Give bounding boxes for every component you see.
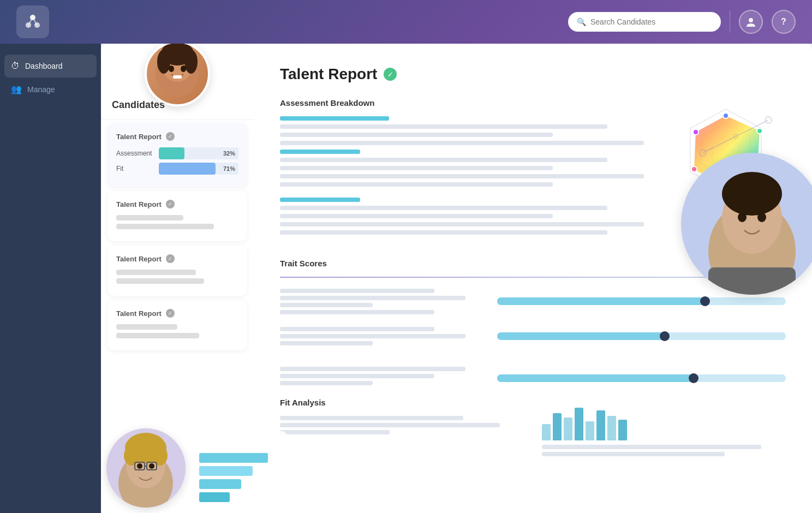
trait-spacer bbox=[280, 358, 786, 367]
detail-title: Talent Report bbox=[280, 65, 377, 83]
fit-track: 71% bbox=[159, 163, 238, 175]
card-header: Talent Report ✓ bbox=[116, 132, 238, 141]
avatar-male-small bbox=[106, 428, 186, 508]
trait-row-1 bbox=[280, 289, 786, 318]
talent-report-label-2: Talent Report bbox=[116, 200, 162, 208]
fit-bar-row: Fit 71% bbox=[116, 163, 238, 175]
candidate-card-2[interactable]: Talent Report ✓ bbox=[108, 191, 247, 241]
fit-bar-chart bbox=[542, 402, 786, 440]
trait-text-left-2 bbox=[280, 327, 486, 349]
search-icon: 🔍 bbox=[577, 17, 586, 26]
sidebar-item-dashboard[interactable]: ⏱ Dashboard bbox=[4, 55, 97, 77]
check-icon-3: ✓ bbox=[166, 254, 175, 263]
sidebar-item-manage[interactable]: 👥 Manage bbox=[0, 77, 101, 101]
svg-point-32 bbox=[738, 212, 747, 222]
deco-bar-4 bbox=[199, 492, 230, 502]
talent-report-label-3: Talent Report bbox=[116, 255, 162, 263]
candidate-card-3[interactable]: Talent Report ✓ bbox=[108, 246, 247, 296]
logo-icon bbox=[23, 12, 43, 32]
svg-point-33 bbox=[757, 212, 766, 222]
check-icon-4: ✓ bbox=[166, 309, 175, 318]
search-input[interactable] bbox=[590, 17, 710, 26]
user-account-button[interactable] bbox=[739, 10, 763, 34]
fit-bar-1 bbox=[542, 424, 551, 440]
svg-point-31 bbox=[722, 172, 782, 216]
fit-analysis-title: Fit Analysis bbox=[280, 398, 524, 407]
candidate-card-4[interactable]: Talent Report ✓ bbox=[108, 300, 247, 350]
talent-report-label: Talent Report bbox=[116, 133, 162, 141]
fit-bar-6 bbox=[596, 410, 605, 440]
assessment-label: Assessment bbox=[116, 150, 154, 157]
svg-point-5 bbox=[749, 18, 753, 22]
help-button[interactable]: ? bbox=[772, 10, 796, 34]
logo[interactable] bbox=[16, 5, 49, 38]
fit-bar-4 bbox=[575, 408, 583, 440]
help-icon: ? bbox=[781, 17, 786, 27]
fit-bar-5 bbox=[586, 421, 594, 440]
gray-bars-3 bbox=[116, 270, 238, 284]
text-block-2 bbox=[280, 198, 644, 235]
svg-point-16 bbox=[169, 65, 174, 72]
top-navigation: 🔍 ? bbox=[0, 0, 812, 44]
trait-text-left bbox=[280, 289, 486, 318]
svg-point-43 bbox=[137, 463, 142, 469]
deco-bar-1 bbox=[199, 453, 268, 463]
fit-label: Fit bbox=[116, 165, 154, 172]
nav-divider bbox=[730, 11, 730, 33]
trait-bar-2 bbox=[497, 327, 786, 349]
verified-check: ✓ bbox=[384, 68, 397, 81]
fit-fill bbox=[159, 163, 216, 175]
svg-point-17 bbox=[181, 65, 186, 72]
assessment-track: 32% bbox=[159, 147, 238, 159]
avatar-female bbox=[145, 44, 210, 106]
user-icon bbox=[745, 16, 757, 28]
svg-point-14 bbox=[157, 50, 170, 74]
fit-text: Fit Analysis bbox=[280, 398, 524, 460]
deco-bar-3 bbox=[199, 479, 241, 489]
detail-title-row: Talent Report ✓ bbox=[280, 65, 786, 83]
svg-rect-18 bbox=[173, 75, 182, 79]
deco-bar-2 bbox=[199, 466, 253, 476]
bottom-bars-deco bbox=[188, 431, 286, 513]
trait-bar-3 bbox=[497, 367, 786, 389]
card-header-3: Talent Report ✓ bbox=[116, 254, 238, 263]
trait-row-3 bbox=[280, 367, 786, 389]
assessment-bar-row: Assessment 32% bbox=[116, 147, 238, 159]
check-icon: ✓ bbox=[166, 132, 175, 141]
text-block-1 bbox=[280, 116, 644, 187]
assessment-pct: 32% bbox=[223, 150, 235, 157]
assessment-text-area: Assessment Breakdown bbox=[280, 98, 644, 246]
main-area: Candidates Talent Report ✓ Assessment 32… bbox=[101, 44, 812, 513]
trait-row-2 bbox=[280, 327, 786, 349]
sidebar: ⏱ Dashboard 👥 Manage bbox=[0, 44, 101, 513]
fit-pct: 71% bbox=[223, 165, 235, 172]
manage-icon: 👥 bbox=[11, 84, 22, 94]
candidate-card-1[interactable]: Talent Report ✓ Assessment 32% Fit 71% bbox=[108, 123, 247, 187]
check-icon-2: ✓ bbox=[166, 200, 175, 208]
svg-point-44 bbox=[149, 463, 154, 469]
fit-bar-3 bbox=[564, 417, 572, 440]
nav-right: 🔍 ? bbox=[568, 10, 796, 34]
trait-text-left-3 bbox=[280, 367, 486, 389]
search-bar[interactable]: 🔍 bbox=[568, 12, 721, 32]
dashboard-icon: ⏱ bbox=[11, 61, 20, 71]
card-header-4: Talent Report ✓ bbox=[116, 309, 238, 318]
fit-chart bbox=[542, 398, 786, 460]
sidebar-item-label: Dashboard bbox=[25, 62, 63, 70]
fit-bar-8 bbox=[618, 420, 627, 440]
card-header-2: Talent Report ✓ bbox=[116, 200, 238, 208]
svg-point-15 bbox=[184, 50, 198, 74]
fit-analysis-section: Fit Analysis bbox=[280, 398, 786, 460]
assessment-fill bbox=[159, 147, 184, 159]
fit-text-lines bbox=[542, 445, 786, 456]
fit-bar-2 bbox=[553, 413, 562, 440]
sidebar-item-label: Manage bbox=[27, 85, 55, 94]
talent-report-label-4: Talent Report bbox=[116, 309, 162, 318]
gray-bars-4 bbox=[116, 324, 238, 338]
gray-bars-2 bbox=[116, 215, 238, 229]
fit-bar-7 bbox=[607, 416, 616, 440]
assessment-breakdown-title: Assessment Breakdown bbox=[280, 98, 644, 108]
